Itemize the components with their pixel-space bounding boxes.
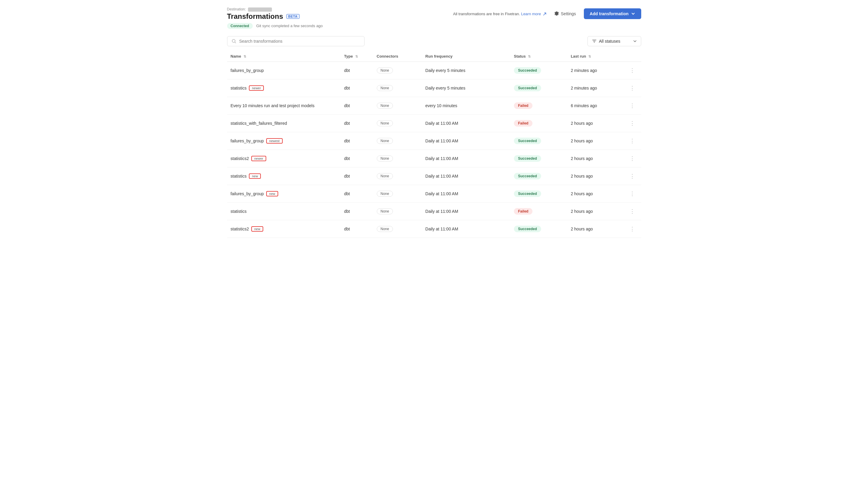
gear-icon [554,11,559,16]
connector-badge[interactable]: None [377,173,393,179]
table-header-row: Name ⇅ Type ⇅ Connectors Run frequency S… [227,51,641,62]
transformation-type: dbt [341,97,373,114]
table-row[interactable]: statistics2newdbtNoneDaily at 11:00 AMSu… [227,220,641,238]
run-frequency: Daily at 11:00 AM [422,132,510,150]
add-transformation-button[interactable]: Add transformation [584,8,641,19]
connector-badge[interactable]: None [377,226,393,232]
version-tag: newer [251,156,266,161]
transformation-name: failures_by_group [231,191,264,196]
col-header-type[interactable]: Type ⇅ [341,51,373,62]
run-frequency: Daily at 11:00 AM [422,150,510,167]
table-row[interactable]: statisticsnewdbtNoneDaily at 11:00 AMSuc… [227,167,641,185]
table-row[interactable]: failures_by_groupdbtNoneDaily every 5 mi… [227,61,641,79]
table-row[interactable]: statistics_with_failures_filtereddbtNone… [227,114,641,132]
transformation-name: statistics [231,86,247,91]
learn-more-link[interactable]: Learn more [521,12,546,16]
version-tag: newer [249,86,264,91]
run-frequency: Daily at 11:00 AM [422,220,510,238]
version-tag: new [251,226,263,232]
transformation-type: dbt [341,185,373,202]
transformation-name: statistics2 [231,156,249,161]
transformation-type: dbt [341,202,373,220]
more-options-button[interactable]: ⋮ [627,225,637,233]
search-icon [232,39,236,43]
version-tag: newest [266,138,283,144]
col-header-status[interactable]: Status ⇅ [510,51,567,62]
version-tag: new [249,173,261,179]
col-header-actions [623,51,641,62]
last-run: 2 hours ago [567,132,623,150]
transformation-name: failures_by_group [231,68,264,73]
last-run: 6 minutes ago [567,97,623,114]
more-options-button[interactable]: ⋮ [627,207,637,216]
more-options-button[interactable]: ⋮ [627,172,637,180]
transformation-type: dbt [341,61,373,79]
connector-badge[interactable]: None [377,85,393,91]
col-header-last-run[interactable]: Last run ⇅ [567,51,623,62]
table-row[interactable]: statisticsnewerdbtNoneDaily every 5 minu… [227,79,641,97]
more-options-button[interactable]: ⋮ [627,101,637,110]
status-badge: Failed [514,208,533,215]
status-badge: Succeeded [514,173,541,179]
table-row[interactable]: failures_by_groupnewestdbtNoneDaily at 1… [227,132,641,150]
settings-button[interactable]: Settings [551,10,579,18]
connector-badge[interactable]: None [377,155,393,162]
last-run: 2 hours ago [567,220,623,238]
transformation-name: statistics [231,209,247,214]
more-options-button[interactable]: ⋮ [627,189,637,198]
run-frequency: Daily every 5 minutes [422,79,510,97]
transformation-type: dbt [341,220,373,238]
connector-badge[interactable]: None [377,138,393,144]
more-options-button[interactable]: ⋮ [627,66,637,75]
transformation-type: dbt [341,114,373,132]
destination-value [248,7,272,12]
table-row[interactable]: failures_by_groupnewdbtNoneDaily at 11:0… [227,185,641,202]
chevron-down-icon [631,12,635,16]
last-run: 2 hours ago [567,114,623,132]
search-input[interactable] [239,39,360,43]
more-options-button[interactable]: ⋮ [627,136,637,145]
connected-badge: Connected [227,23,253,29]
search-box[interactable] [227,36,364,46]
last-run: 2 hours ago [567,185,623,202]
col-header-connectors: Connectors [373,51,422,62]
more-options-button[interactable]: ⋮ [627,154,637,163]
connector-badge[interactable]: None [377,120,393,126]
filter-icon [592,39,597,43]
transformation-name: statistics [231,174,247,178]
last-run: 2 hours ago [567,150,623,167]
status-badge: Succeeded [514,155,541,162]
transformations-table: Name ⇅ Type ⇅ Connectors Run frequency S… [227,51,641,238]
status-badge: Failed [514,120,533,127]
transformation-name: statistics2 [231,227,249,231]
table-row[interactable]: statistics2newerdbtNoneDaily at 11:00 AM… [227,150,641,167]
more-options-button[interactable]: ⋮ [627,83,637,93]
table-row[interactable]: statisticsdbtNoneDaily at 11:00 AMFailed… [227,202,641,220]
transformation-type: dbt [341,132,373,150]
connector-badge[interactable]: None [377,68,393,73]
transformation-type: dbt [341,167,373,185]
status-badge: Succeeded [514,67,541,74]
page-title: Transformations [227,12,283,21]
status-badge: Succeeded [514,226,541,232]
version-tag: new [266,191,278,196]
connector-badge[interactable]: None [377,191,393,197]
chevron-down-icon [633,39,637,43]
status-badge: Succeeded [514,85,541,91]
run-frequency: Daily at 11:00 AM [422,114,510,132]
table-row[interactable]: Every 10 minutes run and test project mo… [227,97,641,114]
run-frequency: every 10 minutes [422,97,510,114]
col-header-run-frequency: Run frequency [422,51,510,62]
status-filter-dropdown[interactable]: All statuses [587,36,641,46]
status-badge: Succeeded [514,190,541,197]
free-text: All transformations are free in Fivetran… [453,12,546,16]
last-run: 2 hours ago [567,202,623,220]
connector-badge[interactable]: None [377,208,393,214]
col-header-name[interactable]: Name ⇅ [227,51,341,62]
git-sync-text: Git sync completed a few seconds ago [256,24,323,28]
run-frequency: Daily every 5 minutes [422,61,510,79]
transformation-type: dbt [341,79,373,97]
transformation-name: Every 10 minutes run and test project mo… [231,103,314,108]
more-options-button[interactable]: ⋮ [627,119,637,128]
connector-badge[interactable]: None [377,103,393,109]
